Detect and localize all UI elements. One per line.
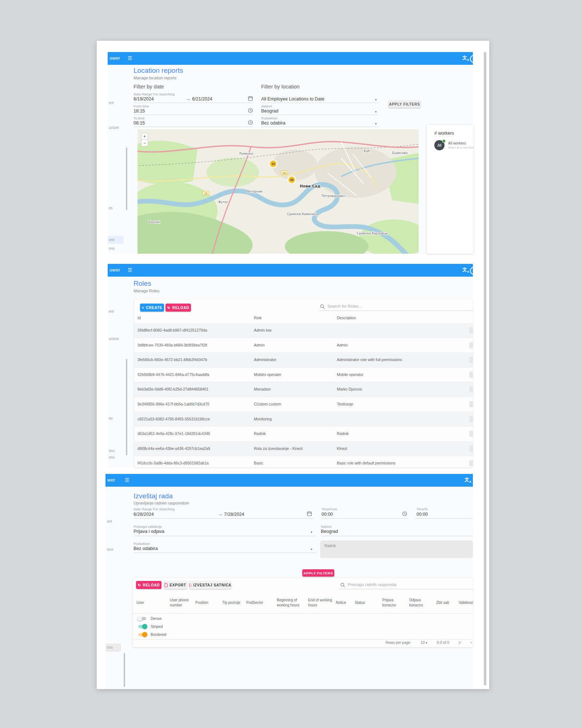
row-action-button[interactable] (469, 342, 473, 348)
pretraga-select[interactable]: Prijava i odjava (133, 529, 164, 534)
all-workers-label[interactable]: All workers (448, 141, 466, 145)
first-page-icon[interactable]: |< (459, 641, 461, 645)
map-zoom-out-button[interactable]: − (141, 139, 148, 146)
sidebar-item-fragment[interactable]: ons (109, 246, 115, 250)
date-to-input[interactable]: 6/21/2024 (192, 96, 212, 102)
sektori-select[interactable]: Beograd (261, 108, 278, 114)
table-row[interactable]: c8221a53-6082-4765-8455-55531b196cceMoni… (134, 412, 473, 427)
column-header[interactable]: Beginning of working hours (277, 598, 308, 608)
clock-icon[interactable] (248, 120, 253, 125)
row-action-button[interactable] (469, 431, 473, 437)
row-action-button[interactable] (469, 446, 473, 452)
izvestaj-search-input[interactable] (347, 582, 469, 587)
bordered-toggle[interactable] (137, 632, 147, 637)
sidebar-item-fragment[interactable]: ucture (109, 126, 119, 130)
sidebar-item-fragment[interactable]: ture (107, 547, 113, 551)
map-canvas[interactable]: 12111РуменкаКаћБудисаваНови СадВетерникФ… (137, 129, 419, 254)
map-zoom-in-button[interactable]: + (141, 133, 148, 140)
chevron-down-icon[interactable]: ▾ (311, 547, 312, 551)
chevron-down-icon[interactable]: ▾ (375, 110, 377, 114)
podsektori-select[interactable]: Bez odabira (133, 546, 158, 551)
column-header[interactable]: Validnost (459, 600, 473, 606)
sidebar-item-fragment[interactable]: ons (107, 645, 113, 649)
chevron-down-icon[interactable]: ▾ (375, 122, 377, 126)
column-header[interactable]: User (136, 600, 170, 606)
row-action-button[interactable] (469, 372, 473, 378)
podsektori-select[interactable]: Bez odabira (261, 120, 286, 126)
table-row[interactable]: d63a1d52-4e9a-428c-97e1-18d281dc4345Radn… (134, 427, 473, 442)
column-header[interactable]: Prijava konacno (382, 598, 409, 608)
column-header[interactable]: PodSector (246, 600, 277, 606)
hamburger-icon[interactable]: ☰ (125, 477, 129, 483)
sektori-select[interactable]: Beograd (321, 529, 338, 534)
clock-icon[interactable] (402, 511, 407, 516)
column-header[interactable]: Status (355, 600, 382, 606)
table-row[interactable]: 3d8bfcee-7530-483a-b689-3b9f39ea7f28Admi… (134, 338, 473, 353)
reload-button[interactable]: ↻RELOAD (166, 304, 191, 312)
dense-toggle[interactable] (137, 616, 147, 621)
row-action-button[interactable] (469, 357, 473, 363)
from-time-input[interactable]: 18:15 (133, 108, 145, 114)
rows-per-page-select[interactable]: 10 ▾ (420, 641, 427, 645)
sidebar-scrollbar-thumb[interactable] (126, 359, 127, 455)
sidebar-item-fragment[interactable]: ons (109, 238, 115, 242)
table-row[interactable]: 8eb3af3e-0dd9-40f2-b25d-27d844658401Mena… (134, 382, 473, 397)
hamburger-icon[interactable]: ☰ (128, 55, 132, 62)
clock-icon[interactable] (248, 108, 253, 113)
table-row[interactable]: f41dcc0c-5a8b-4dda-86c3-d9501582ab1aBasi… (134, 456, 473, 467)
column-header[interactable]: Notice (336, 600, 355, 606)
table-row[interactable]: d908c44a-ee6a-43be-a436-4297cb1ea2a9Rola… (134, 442, 473, 456)
translate-icon[interactable]: 文A (465, 476, 471, 483)
column-header[interactable]: Position (195, 600, 222, 606)
row-action-button[interactable] (469, 327, 473, 333)
sidebar-item-fragment[interactable]: ent (109, 101, 114, 105)
sidebar-item-fragment[interactable]: ons (109, 455, 115, 459)
translate-icon[interactable]: 文A (462, 266, 469, 273)
calendar-icon[interactable] (248, 96, 253, 101)
table-row[interactable]: 3fe565cb-660e-4572-bb21-6fbb2f4d347bAdmi… (134, 353, 473, 368)
table-row[interactable]: 9e349856-996e-417f-bb5a-1ab6b7d3cd70CUst… (134, 397, 473, 412)
row-action-button[interactable] (469, 416, 473, 422)
sidebar-item-fragment[interactable]: ent (109, 309, 114, 313)
column-header[interactable]: End of working hours (308, 598, 336, 608)
to-time-input[interactable]: 08:15 (133, 120, 145, 126)
sidebar-item-fragment[interactable]: es (109, 206, 113, 210)
account-icon[interactable] (470, 267, 473, 275)
hamburger-icon[interactable]: ☰ (128, 267, 132, 273)
column-header[interactable]: Id (137, 316, 141, 320)
chevron-down-icon[interactable]: ▾ (311, 530, 312, 534)
account-icon[interactable] (470, 55, 473, 63)
apply-filters-button[interactable]: APPLY FILTERS (388, 100, 420, 108)
table-row[interactable]: 52b568b9-4476-4421-846a-d775c4aaddfaMobi… (134, 368, 473, 383)
date-from-input[interactable]: 6/19/2024 (133, 96, 154, 102)
izvestaj-satnica-button[interactable]: IZVESTAJ SATNICA (189, 581, 231, 589)
roles-search-input[interactable] (327, 304, 470, 309)
row-action-button[interactable] (469, 401, 473, 407)
chevron-down-icon[interactable]: ▾ (375, 98, 377, 102)
time-to-input[interactable]: 00:00 (416, 512, 428, 517)
sidebar-item-fragment[interactable]: ons (109, 449, 115, 453)
column-header[interactable]: Role (254, 316, 262, 320)
time-from-input[interactable]: 00:00 (322, 512, 333, 517)
column-header[interactable]: Odjava konacno (409, 598, 436, 608)
calendar-icon[interactable] (307, 511, 312, 516)
export-button[interactable]: EXPORT (164, 581, 187, 589)
sidebar-item-fragment[interactable]: es (109, 416, 113, 420)
all-locations-select[interactable]: All Employee Locations to Date (261, 96, 324, 102)
table-row[interactable]: 26b8fecf-8082-4ad8-b967-df41251270daAdmi… (134, 323, 473, 338)
column-header[interactable]: Tip pozicije (222, 600, 246, 606)
column-header[interactable]: User phone number (170, 598, 195, 608)
sidebar-scrollbar-thumb[interactable] (126, 147, 127, 210)
reload-button[interactable]: ↻RELOAD (136, 581, 162, 589)
date-from-input[interactable]: 6/28/2024 (133, 512, 154, 517)
create-button[interactable]: +CREATE (140, 304, 164, 312)
sidebar-item-fragment[interactable]: ucture (109, 337, 119, 341)
row-action-button[interactable] (469, 386, 473, 392)
date-to-input[interactable]: 7/28/2024 (224, 512, 244, 517)
apply-filters-button[interactable]: APPLY FILTERS (302, 569, 334, 577)
window-scrollbar[interactable] (484, 52, 486, 685)
column-header[interactable]: Description (337, 316, 356, 320)
column-header[interactable]: Zbir sati (436, 600, 459, 606)
sidebar-item-fragment[interactable]: ent (107, 519, 112, 523)
translate-icon[interactable]: 文A (462, 55, 469, 62)
